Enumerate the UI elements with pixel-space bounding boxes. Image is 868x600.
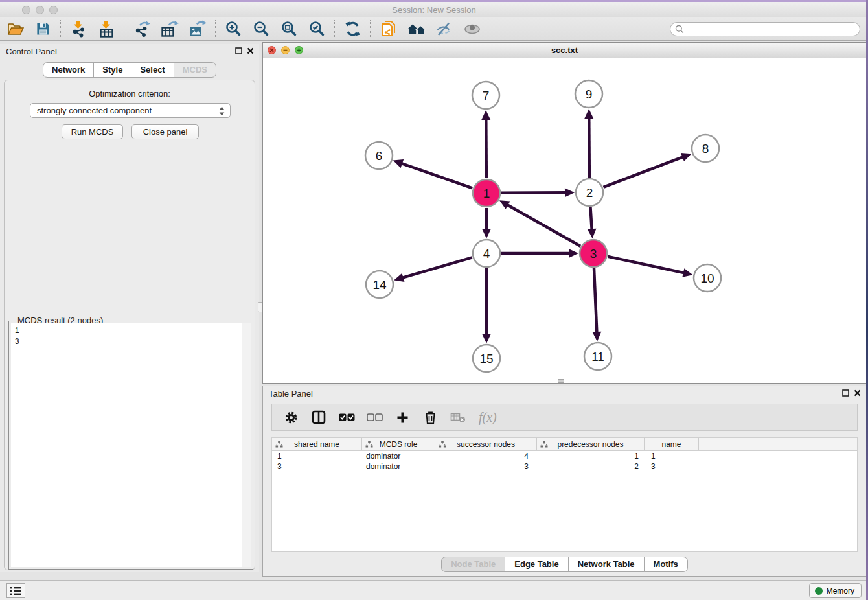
table-cell[interactable]: 3 [272, 462, 362, 471]
table-header-row: shared nameMCDS rolesuccessor nodesprede… [272, 438, 857, 451]
graph-edge-3-1[interactable] [507, 205, 580, 246]
column-header-mcds-role[interactable]: MCDS role [362, 438, 435, 450]
memory-label: Memory [827, 586, 854, 595]
result-scrollbar[interactable] [242, 323, 251, 567]
graph-edge-1-6[interactable] [401, 163, 472, 189]
import-table-button[interactable] [93, 18, 120, 40]
graph-edge-1-7[interactable] [486, 119, 486, 178]
close-network-icon[interactable] [268, 46, 276, 54]
hide-selected-button[interactable] [430, 18, 458, 40]
close-window-icon[interactable] [22, 6, 30, 14]
search-input[interactable] [670, 22, 860, 36]
graph-edge-1-2[interactable] [501, 192, 566, 193]
graph-edge-2-3[interactable] [590, 207, 591, 230]
zoom-window-icon[interactable] [49, 6, 58, 14]
table-body: 1dominator4113dominator323 [272, 451, 857, 472]
graph-edge-4-14[interactable] [402, 257, 472, 278]
select-all-button[interactable] [338, 408, 355, 427]
mcds-result-lines: 1 3 [11, 323, 251, 349]
clone-network-button[interactable] [374, 18, 402, 40]
table-cell[interactable]: 4 [435, 452, 537, 461]
export-table-button[interactable] [156, 18, 184, 40]
tab-node-table[interactable]: Node Table [441, 557, 505, 572]
tab-select[interactable]: Select [131, 62, 174, 78]
open-file-button[interactable] [1, 18, 29, 40]
mcds-result-group: MCDS result (2 nodes) 1 3 [8, 321, 253, 570]
apply-layout-button[interactable] [339, 18, 367, 40]
close-panel-button[interactable]: Close panel [131, 124, 199, 139]
deselect-all-button[interactable] [366, 408, 383, 427]
tab-style[interactable]: Style [93, 62, 131, 78]
zoom-out-button[interactable] [247, 18, 275, 40]
graph-edge-2-8[interactable] [604, 157, 684, 187]
graph-edge-arrowhead [682, 268, 692, 277]
export-network-button[interactable] [128, 18, 156, 40]
function-builder-button[interactable]: f(x) [479, 410, 497, 425]
network-view-window: scc.txt 7968124314101511 [262, 42, 867, 384]
zoom-selected-button[interactable] [303, 18, 331, 40]
save-session-button[interactable] [29, 18, 57, 40]
table-cell[interactable]: 2 [537, 462, 645, 471]
graph-edge-3-11[interactable] [594, 268, 597, 333]
close-panel-icon[interactable] [247, 47, 254, 54]
table-cell[interactable]: 1 [537, 452, 645, 461]
graph-edge-2-9[interactable] [589, 117, 589, 178]
delete-table-button[interactable] [450, 408, 466, 427]
control-panel-header: Control Panel [0, 44, 259, 60]
column-settings-button[interactable] [282, 408, 299, 427]
table-cell[interactable]: dominator [362, 462, 435, 471]
criterion-select[interactable]: strongly connected component [30, 103, 231, 118]
column-header-label: shared name [294, 440, 339, 449]
table-cell[interactable]: 1 [645, 452, 699, 461]
toggle-panes-button[interactable] [310, 408, 327, 427]
table-cell[interactable]: 1 [272, 452, 362, 461]
window-frame-top [0, 0, 868, 2]
table-cell[interactable]: 3 [435, 462, 537, 471]
zoom-in-button[interactable] [220, 18, 247, 40]
column-header-label: predecessor nodes [557, 440, 623, 449]
maximize-network-icon[interactable] [295, 46, 303, 54]
column-header-successor-nodes[interactable]: successor nodes [435, 438, 537, 450]
network-canvas[interactable]: 7968124314101511 [263, 58, 866, 383]
minimize-window-icon[interactable] [36, 6, 44, 14]
tab-network[interactable]: Network [43, 62, 94, 78]
float-panel-icon[interactable] [842, 389, 849, 397]
add-column-button[interactable] [394, 408, 411, 427]
tab-motifs[interactable]: Motifs [644, 557, 688, 572]
column-header-name[interactable]: name [645, 438, 699, 450]
split-columns-icon [312, 410, 326, 424]
app-titlebar[interactable]: Session: New Session [0, 2, 868, 18]
tab-edge-table[interactable]: Edge Table [505, 557, 568, 572]
zoom-in-icon [225, 20, 242, 38]
graph-edge-3-10[interactable] [608, 257, 684, 273]
namespace-icon [365, 441, 373, 448]
reset-view-button[interactable] [402, 18, 430, 40]
status-bar: Memory [0, 580, 868, 600]
export-image-button[interactable] [184, 18, 212, 40]
export-network-icon [133, 20, 152, 38]
zoom-fit-icon [280, 20, 298, 38]
delete-column-button[interactable] [422, 408, 439, 427]
graph-node-label: 8 [702, 142, 709, 156]
zoom-fit-button[interactable] [275, 18, 303, 40]
mcds-result-textarea[interactable]: 1 3 [11, 323, 251, 567]
column-header-predecessor-nodes[interactable]: predecessor nodes [537, 438, 645, 450]
tab-mcds[interactable]: MCDS [174, 62, 216, 78]
import-network-button[interactable] [65, 18, 93, 40]
graph-edge-arrowhead [592, 332, 601, 341]
close-panel-icon[interactable] [854, 389, 861, 397]
table-cell[interactable]: 3 [645, 462, 699, 471]
float-panel-icon[interactable] [235, 47, 242, 54]
canvas-scroll-thumb[interactable] [558, 379, 564, 383]
graph-edge-arrowhead [482, 229, 491, 238]
tab-network-table[interactable]: Network Table [568, 557, 645, 572]
show-all-button[interactable] [458, 18, 486, 40]
network-window-titlebar[interactable]: scc.txt [263, 43, 866, 58]
minimize-network-icon[interactable] [281, 46, 290, 54]
memory-button[interactable]: Memory [809, 583, 862, 598]
toolbar-separator [370, 20, 371, 38]
run-mcds-button[interactable]: Run MCDS [62, 124, 123, 139]
table-cell[interactable]: dominator [362, 452, 435, 461]
task-history-button[interactable] [6, 583, 25, 598]
column-header-shared-name[interactable]: shared name [272, 438, 362, 450]
